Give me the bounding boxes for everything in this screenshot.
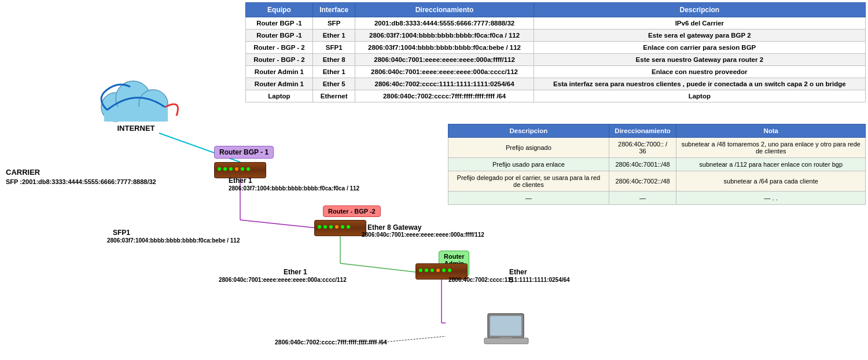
router-bgp2-label: Router - BGP -2	[323, 205, 381, 217]
svg-rect-11	[104, 107, 168, 122]
svg-rect-13	[490, 316, 521, 336]
router-bgp1-label: Router BGP - 1	[214, 146, 274, 159]
router-bgp2-device	[314, 220, 366, 236]
second-cell-2-dir: 2806:40c:7002::/48	[609, 171, 676, 192]
main-cell-0-desc: IPv6 del Carrier	[534, 17, 865, 30]
sfp1-bgp2-label: SFP1	[113, 229, 130, 237]
svg-line-2	[240, 220, 323, 229]
ether1-admin-label: Ether 1	[284, 268, 307, 276]
ether8-gw-label: Ether 8 Gateway	[367, 223, 421, 232]
main-cell-4-desc: Enlace con nuestro proveedor	[534, 66, 865, 78]
second-cell-0-nota: subnetear a /48 tomaremos 2, uno para en…	[676, 138, 866, 158]
carrier-addr: SFP :2001:db8:3333:4444:5555:6666:7777:8…	[6, 178, 156, 185]
col2-desc: Descripcion	[448, 124, 609, 138]
ether1-bgp1-label: Ether 1	[229, 177, 252, 185]
col2-dir: Direccionamiento	[609, 124, 676, 138]
router-bgp1-device	[214, 162, 266, 178]
second-cell-0-desc: Prefijo asignado	[448, 138, 609, 158]
laptop-icon	[483, 313, 529, 347]
main-cell-1-desc: Este sera el gateway para BGP 2	[534, 30, 865, 42]
addr-admin-ether1: 2806:040c:7001:eeee:eeee:eeee:000a:cccc/…	[219, 277, 347, 283]
second-cell-2-desc: Prefijo delegado por el carrier, se usar…	[448, 171, 609, 192]
second-cell-1-desc: Prefijo usado para enlace	[448, 158, 609, 171]
second-cell-3-dir: —	[609, 192, 676, 205]
second-cell-1-nota: subnetear a /112 para hacer enlace con r…	[676, 158, 866, 171]
col2-nota: Nota	[676, 124, 866, 138]
addr-bgp2-sfp1: 2806:03f7:1004:bbbb:bbbb:bbbb:f0ca:bebe …	[107, 237, 240, 244]
addr-admin-ether5: 2806:40c:7002:cccc:1111:1111:1111:0254/6…	[448, 277, 570, 283]
internet-cloud: INTERNET	[90, 75, 182, 133]
laptop-addr: 2806:040c:7002:cccc:7fff:ffff:ffff:ffff …	[275, 339, 387, 346]
main-cell-5-desc: Esta interfaz sera para nuestros cliente…	[534, 78, 865, 90]
col-desc: Descripcion	[534, 3, 865, 17]
addr-bgp1-ether1: 2806:03f7:1004:bbbb:bbbb:bbbb:f0ca:f0ca …	[229, 185, 359, 192]
second-cell-3-nota: — . .	[676, 192, 866, 205]
main-cell-3-desc: Este sera nuestro Gateway para router 2	[534, 54, 865, 66]
second-cell-1-dir: 2806:40c:7001::/48	[609, 158, 676, 171]
second-cell-0-dir: 2806:40c:7000:: / 36	[609, 138, 676, 158]
svg-rect-15	[499, 337, 512, 339]
network-diagram: INTERNET CARRIER SFP :2001:db8:3333:4444…	[0, 0, 446, 360]
second-cell-3-desc: —	[448, 192, 609, 205]
carrier-label: CARRIER	[6, 168, 40, 177]
main-cell-2-desc: Enlace con carrier para sesion BGP	[534, 42, 865, 54]
svg-line-4	[340, 263, 415, 272]
second-table-section: Descripcion Direccionamiento Nota Prefij…	[446, 122, 868, 207]
addr-bgp2-ether8: 2806:040c:7001:eeee:eeee:eeee:000a:ffff/…	[362, 232, 484, 238]
second-cell-2-nota: subnetear a /64 para cada cliente	[676, 171, 866, 192]
second-table: Descripcion Direccionamiento Nota Prefij…	[448, 124, 866, 205]
main-cell-6-desc: Laptop	[534, 90, 865, 102]
